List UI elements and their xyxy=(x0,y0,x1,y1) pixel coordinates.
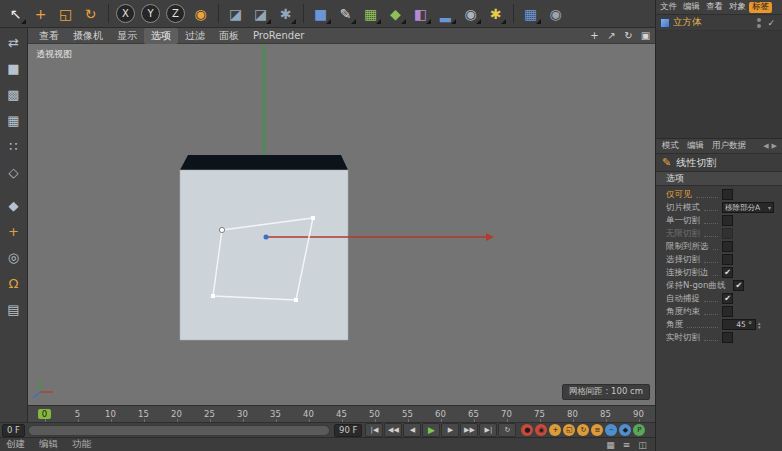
render-settings-button[interactable]: ✱ xyxy=(274,2,297,25)
mat-menu-create[interactable]: 创建 xyxy=(6,438,25,451)
play-button[interactable]: ▶ xyxy=(422,423,440,437)
timeline-tick[interactable]: 20 xyxy=(160,406,193,422)
checkbox[interactable] xyxy=(722,241,733,252)
autokey-button[interactable]: ◉ xyxy=(535,424,547,436)
live-selection-tool[interactable]: ↖ xyxy=(4,2,27,25)
keyframe-selection-button[interactable]: ◆ xyxy=(619,424,631,436)
record-pla-button[interactable]: ~ xyxy=(605,424,617,436)
previous-key-button[interactable]: ◀◀ xyxy=(384,423,402,437)
layout-icon[interactable]: ◫ xyxy=(636,439,649,451)
object-enabled-check[interactable]: ✓ xyxy=(767,18,775,28)
am-menu-mode[interactable]: 模式 xyxy=(658,140,683,152)
timeline-tick[interactable]: 15 xyxy=(127,406,160,422)
timeline-tick[interactable]: 5 xyxy=(61,406,94,422)
deformer-button[interactable]: ◧ xyxy=(409,2,432,25)
next-frame-button[interactable]: ▶ xyxy=(441,423,459,437)
previous-frame-button[interactable]: ◀ xyxy=(403,423,421,437)
subdivision-surface-button[interactable]: ▦ xyxy=(359,2,382,25)
om-menu-edit[interactable]: 编辑 xyxy=(680,2,703,13)
timeline-tick[interactable]: 0 xyxy=(28,406,61,422)
dropdown[interactable]: 移除部分A xyxy=(722,202,774,213)
record-keyframe-button[interactable]: ● xyxy=(521,424,533,436)
object-row-cube[interactable]: 立方体 ✓ xyxy=(656,15,782,30)
lock-x-axis-button[interactable]: X xyxy=(116,4,135,23)
workplane-snap-icon[interactable]: ▤ xyxy=(2,298,25,321)
cut-vertex[interactable] xyxy=(294,298,298,302)
vp-menu-camera[interactable]: 摄像机 xyxy=(66,28,110,44)
rotate-view-icon[interactable]: ↻ xyxy=(622,29,635,42)
lock-y-axis-button[interactable]: Y xyxy=(141,4,160,23)
vp-menu-filter[interactable]: 过滤 xyxy=(178,28,212,44)
film-camera-button[interactable]: ◉ xyxy=(544,2,567,25)
om-menu-object[interactable]: 对象 xyxy=(726,2,749,13)
record-parameter-button[interactable]: ≡ xyxy=(591,424,603,436)
go-to-end-button[interactable]: ▶| xyxy=(479,423,497,437)
loop-button[interactable]: ↻ xyxy=(498,423,516,437)
number-field[interactable]: 45 ° xyxy=(722,319,756,330)
rotate-tool[interactable]: ↻ xyxy=(79,2,102,25)
start-frame-field[interactable]: 0 F xyxy=(2,424,25,437)
history-forward-icon[interactable]: ▶ xyxy=(772,142,777,150)
render-picture-viewer-button[interactable]: ◪ xyxy=(249,2,272,25)
next-key-button[interactable]: ▶▶ xyxy=(460,423,478,437)
timeline-tick[interactable]: 55 xyxy=(391,406,424,422)
visibility-toggles[interactable] xyxy=(757,18,761,28)
model-mode-icon[interactable]: ■ xyxy=(2,57,25,80)
record-rotation-button[interactable]: ↻ xyxy=(577,424,589,436)
pan-view-icon[interactable]: + xyxy=(588,29,601,42)
workplane-mode-icon[interactable]: ▦ xyxy=(2,109,25,132)
spinner[interactable] xyxy=(758,321,761,329)
om-menu-view[interactable]: 查看 xyxy=(703,2,726,13)
camera-button[interactable]: ◉ xyxy=(459,2,482,25)
texture-mode-icon[interactable]: ▩ xyxy=(2,83,25,106)
mat-menu-edit[interactable]: 编辑 xyxy=(39,438,58,451)
checkbox[interactable] xyxy=(722,332,733,343)
checkbox[interactable] xyxy=(722,189,733,200)
editor-visibility-dot[interactable] xyxy=(757,18,761,22)
vp-menu-display[interactable]: 显示 xyxy=(110,28,144,44)
checkbox[interactable] xyxy=(722,254,733,265)
checkbox[interactable] xyxy=(722,293,733,304)
checkbox[interactable] xyxy=(733,280,744,291)
record-position-button[interactable]: + xyxy=(549,424,561,436)
timeline-scrollbar[interactable] xyxy=(28,425,330,436)
add-cube-button[interactable]: ■ xyxy=(309,2,332,25)
timeline-tick[interactable]: 25 xyxy=(193,406,226,422)
points-mode-icon[interactable]: ∷ xyxy=(2,135,25,158)
enable-axis-icon[interactable]: + xyxy=(2,220,25,243)
move-tool[interactable]: + xyxy=(29,2,52,25)
render-visibility-dot[interactable] xyxy=(757,24,761,28)
toggle-view-icon[interactable]: ▣ xyxy=(639,29,652,42)
display-filter-button[interactable]: ▦ xyxy=(519,2,542,25)
checkbox[interactable] xyxy=(722,228,733,239)
om-menu-tags[interactable]: 标签 xyxy=(749,2,772,13)
lock-z-axis-button[interactable]: Z xyxy=(166,4,185,23)
add-spline-button[interactable]: ✎ xyxy=(334,2,357,25)
snap-magnet-icon[interactable]: Ω xyxy=(2,272,25,295)
timeline-tick[interactable]: 30 xyxy=(226,406,259,422)
cut-vertex[interactable] xyxy=(211,294,215,298)
scale-tool[interactable]: ◱ xyxy=(54,2,77,25)
render-view-button[interactable]: ◪ xyxy=(224,2,247,25)
timeline-tick[interactable]: 65 xyxy=(457,406,490,422)
mat-menu-function[interactable]: 功能 xyxy=(72,438,91,451)
go-to-start-button[interactable]: |◀ xyxy=(365,423,383,437)
light-button[interactable]: ✱ xyxy=(484,2,507,25)
timeline-tick[interactable]: 85 xyxy=(589,406,622,422)
end-frame-field[interactable]: 90 F xyxy=(334,424,362,437)
options-section-header[interactable]: 选项 xyxy=(656,171,782,186)
array-generator-button[interactable]: ◆ xyxy=(384,2,407,25)
om-menu-file[interactable]: 文件 xyxy=(657,2,680,13)
edges-mode-icon[interactable]: ◇ xyxy=(2,161,25,184)
make-editable-icon[interactable]: ⇄ xyxy=(2,31,25,54)
dolly-view-icon[interactable]: ↗ xyxy=(605,29,618,42)
viewport-canvas[interactable]: 透视视图 网格间距 : 100 cm xyxy=(28,44,655,405)
coordinate-system-button[interactable]: ◉ xyxy=(189,2,212,25)
vp-menu-prorender[interactable]: ProRender xyxy=(246,29,311,42)
timeline-tick[interactable]: 40 xyxy=(292,406,325,422)
timeline-tick[interactable]: 90 xyxy=(622,406,655,422)
vp-menu-view[interactable]: 查看 xyxy=(32,28,66,44)
am-menu-userdata[interactable]: 用户数据 xyxy=(708,140,750,152)
timeline-tick[interactable]: 45 xyxy=(325,406,358,422)
timeline-tick[interactable]: 70 xyxy=(490,406,523,422)
